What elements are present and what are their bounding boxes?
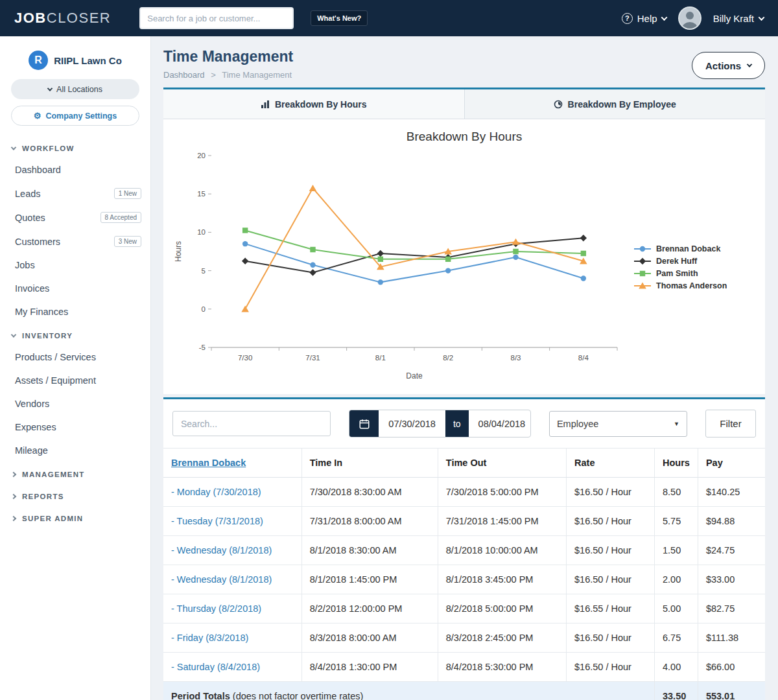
hours-cell: 8.50 (654, 478, 698, 507)
help-menu[interactable]: ? Help (622, 13, 666, 24)
global-search-input[interactable] (139, 7, 294, 29)
employee-link[interactable]: Brennan Doback (171, 458, 246, 468)
all-locations-dropdown[interactable]: All Locations (11, 79, 139, 99)
section-header-reports[interactable]: REPORTS (0, 484, 150, 506)
legend-marker-square-icon (633, 269, 652, 278)
breadcrumb-separator: > (211, 70, 216, 80)
sidebar-item-assets-equipment[interactable]: Assets / Equipment (0, 369, 150, 392)
sidebar-item-customers[interactable]: Customers3 New (0, 229, 150, 253)
chart-card: Breakdown By Hours Breakdown By Employee… (163, 88, 765, 394)
time-in-cell: 7/30/2018 8:30:00 AM (301, 478, 438, 507)
gear-icon: ⚙ (34, 111, 41, 121)
day-link[interactable]: - Friday (8/3/2018) (171, 633, 248, 643)
pay-cell: $111.38 (698, 624, 765, 653)
day-link[interactable]: - Wednesday (8/1/2018) (171, 574, 272, 585)
sidebar-item-label: Vendors (15, 399, 141, 409)
date-range-group: 07/30/2018 to 08/04/2018 (349, 410, 531, 438)
svg-text:-5: -5 (199, 344, 206, 351)
time-out-cell: 8/1/2018 3:45:00 PM (438, 565, 566, 594)
sidebar-item-quotes[interactable]: Quotes8 Accepted (0, 205, 150, 229)
hours-cell: 5.00 (654, 594, 698, 624)
chevron-right-icon (11, 494, 16, 499)
section-header-super-admin[interactable]: SUPER ADMIN (0, 506, 150, 528)
actions-button[interactable]: Actions (692, 52, 765, 79)
table-row: - Monday (7/30/2018)7/30/2018 8:30:00 AM… (163, 478, 765, 507)
day-link[interactable]: - Monday (7/30/2018) (171, 487, 261, 497)
col-header-pay: Pay (698, 449, 765, 478)
sidebar-item-label: Dashboard (15, 165, 141, 175)
col-header-time-in: Time In (301, 449, 438, 478)
legend-item-brennan-doback[interactable]: Brennan Doback (633, 244, 727, 253)
select-caret-icon: ▼ (674, 421, 679, 427)
legend-marker-triangle-icon (633, 281, 652, 290)
table-search-input[interactable] (172, 411, 331, 436)
rate-cell: $16.50 / Hour (567, 624, 655, 653)
sidebar: R RIIPL Lawn Co All Locations ⚙ Company … (0, 36, 151, 700)
item-badge: 3 New (114, 236, 141, 247)
section-label: MANAGEMENT (22, 471, 85, 478)
day-link[interactable]: - Wednesday (8/1/2018) (171, 545, 272, 555)
time-out-cell: 8/4/2018 5:30:00 PM (438, 653, 566, 682)
time-in-cell: 8/1/2018 1:45:00 PM (301, 565, 438, 594)
section-header-workflow[interactable]: WORKFLOW (0, 136, 150, 158)
chevron-right-icon (11, 516, 16, 521)
chevron-down-icon (47, 86, 53, 91)
sidebar-item-invoices[interactable]: Invoices (0, 277, 150, 300)
legend-item-derek-huff[interactable]: Derek Huff (633, 257, 727, 266)
calendar-button[interactable] (349, 410, 379, 438)
date-to-button[interactable]: to (445, 410, 469, 438)
table-header-row: Brennan Doback Time In Time Out Rate Hou… (163, 449, 765, 478)
legend-item-thomas-anderson[interactable]: Thomas Anderson (633, 281, 727, 290)
section-header-inventory[interactable]: INVENTORY (0, 323, 150, 345)
logo-light: CLOSER (47, 10, 111, 26)
sidebar-item-vendors[interactable]: Vendors (0, 392, 150, 415)
tab-label: Breakdown By Hours (275, 99, 367, 110)
settings-label: Company Settings (45, 111, 117, 121)
time-out-cell: 8/2/2018 5:00:00 PM (438, 594, 566, 624)
company-settings-button[interactable]: ⚙ Company Settings (11, 106, 139, 126)
app-logo[interactable]: JOBCLOSER (14, 10, 111, 27)
col-header-hours: Hours (654, 449, 698, 478)
sidebar-item-mileage[interactable]: Mileage (0, 439, 150, 462)
sidebar-item-products-services[interactable]: Products / Services (0, 345, 150, 369)
day-cell: - Wednesday (8/1/2018) (163, 565, 301, 594)
rate-cell: $16.50 / Hour (567, 478, 655, 507)
rate-cell: $16.55 / Hour (567, 594, 655, 624)
tab-breakdown-by-employee[interactable]: Breakdown By Employee (464, 89, 766, 119)
chart-svg: -5051015207/307/318/18/28/38/4HoursDate (172, 146, 626, 385)
date-to-value[interactable]: 08/04/2018 (469, 419, 531, 429)
logo-bold: JOB (14, 10, 47, 26)
totals-pay: 553.01 (698, 682, 765, 700)
sidebar-item-leads[interactable]: Leads1 New (0, 181, 150, 205)
hours-cell: 4.00 (654, 653, 698, 682)
day-link[interactable]: - Thursday (8/2/2018) (171, 603, 261, 614)
breadcrumb-link-dashboard[interactable]: Dashboard (163, 70, 205, 80)
table-row: - Tuesday (7/31/2018)7/31/2018 8:00:00 A… (163, 507, 765, 536)
section-label: WORKFLOW (22, 145, 75, 152)
avatar[interactable] (678, 6, 701, 30)
legend-item-pam-smith[interactable]: Pam Smith (633, 269, 727, 278)
day-link[interactable]: - Tuesday (7/31/2018) (171, 516, 263, 526)
user-menu[interactable]: Billy Kraft (713, 13, 764, 24)
group-by-select[interactable]: Employee ▼ (549, 411, 687, 437)
company-header[interactable]: R RIIPL Lawn Co (0, 47, 150, 79)
section-header-management[interactable]: MANAGEMENT (0, 462, 150, 484)
sidebar-item-dashboard[interactable]: Dashboard (0, 158, 150, 181)
sidebar-item-jobs[interactable]: Jobs (0, 253, 150, 277)
tab-breakdown-by-hours[interactable]: Breakdown By Hours (163, 89, 464, 119)
sidebar-item-label: Mileage (15, 445, 141, 456)
whats-new-button[interactable]: What's New? (311, 10, 368, 26)
date-from-value[interactable]: 07/30/2018 (379, 419, 445, 429)
pay-cell: $66.00 (698, 653, 765, 682)
day-link[interactable]: - Saturday (8/4/2018) (171, 662, 260, 672)
sidebar-item-label: Products / Services (15, 352, 141, 362)
day-cell: - Monday (7/30/2018) (163, 478, 301, 507)
table-row: - Wednesday (8/1/2018)8/1/2018 1:45:00 P… (163, 565, 765, 594)
sidebar-item-expenses[interactable]: Expenses (0, 415, 150, 439)
sidebar-item-my-finances[interactable]: My Finances (0, 300, 150, 323)
sidebar-item-label: My Finances (15, 307, 141, 317)
day-cell: - Friday (8/3/2018) (163, 624, 301, 653)
day-cell: - Wednesday (8/1/2018) (163, 536, 301, 565)
timesheet-table: Brennan Doback Time In Time Out Rate Hou… (163, 449, 765, 700)
filter-button[interactable]: Filter (705, 410, 756, 438)
